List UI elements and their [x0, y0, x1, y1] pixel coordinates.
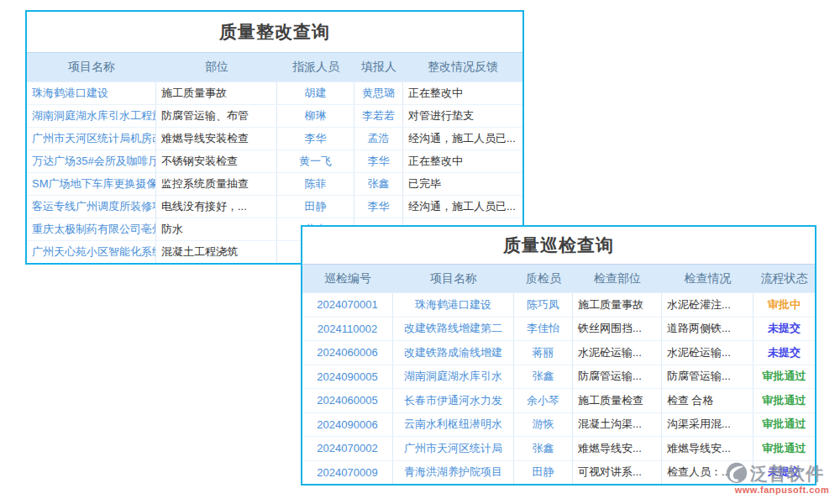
table-row[interactable]: 2024060006 改建铁路成渝线增建 蒋丽 水泥砼运输... 水泥砼运输..…: [302, 341, 815, 365]
column-header-feedback: 整改情况反馈: [403, 60, 522, 75]
inspection-id-link[interactable]: 2024060005: [302, 389, 393, 412]
column-header-inspector: 质检员: [514, 271, 573, 286]
inspector-link[interactable]: 李佳怡: [514, 318, 573, 341]
reporter-link[interactable]: 李华: [354, 196, 403, 218]
flow-status-cell: 审批中: [753, 297, 815, 312]
inspection-id-link[interactable]: 2024070001: [302, 293, 393, 317]
check-part-cell: 难燃导线安...: [573, 437, 662, 460]
inspection-id-link[interactable]: 2024110002: [302, 318, 393, 341]
assignee-link[interactable]: 黄一飞: [277, 150, 354, 172]
part-cell: 难燃导线安装检查: [156, 128, 277, 150]
inspection-id-link[interactable]: 2024070009: [302, 461, 393, 485]
inspector-link[interactable]: 游恢: [514, 413, 573, 437]
reporter-link[interactable]: 黄思璐: [354, 82, 403, 104]
table-row[interactable]: 客运专线广州调度所装修项 电线没有接好，... 田静 李华 经沟通，施工人员已.…: [27, 196, 522, 218]
reporter-link[interactable]: 孟浩: [354, 128, 403, 150]
project-name-link[interactable]: 珠海鹤港口建设: [393, 293, 514, 317]
table-row[interactable]: 珠海鹤港口建设 施工质量事故 胡建 黄思璐 正在整改中: [27, 82, 522, 105]
feedback-cell: 正在整改中: [403, 86, 522, 101]
feedback-cell: 已完毕: [403, 176, 522, 192]
watermark-brand-text: 泛普软件: [750, 465, 824, 482]
table-row[interactable]: 2024070002 广州市天河区统计局 张鑫 难燃导线安... 难燃导线安..…: [302, 437, 815, 461]
check-situation-cell: 检查 合格: [662, 389, 753, 412]
table-row[interactable]: 2024060005 长春市伊通河水力发 余小琴 施工质量检查 检查 合格 审批…: [302, 389, 815, 413]
check-situation-cell: 沟渠采用混...: [662, 413, 753, 437]
table-row[interactable]: 2024070001 珠海鹤港口建设 陈巧凤 施工质量事故 水泥砼灌注... 审…: [302, 293, 815, 318]
inspector-link[interactable]: 蒋丽: [514, 341, 573, 365]
inspection-id-link[interactable]: 2024090005: [302, 365, 393, 389]
project-name-link[interactable]: 长春市伊通河水力发: [393, 389, 514, 412]
assignee-link[interactable]: 胡建: [277, 82, 354, 104]
project-name-link[interactable]: 广州市天河区统计局: [393, 437, 514, 460]
status-badge: 未提交: [768, 346, 801, 359]
project-name-link[interactable]: 改建铁路成渝线增建: [393, 341, 514, 365]
flow-status-cell: 审批通过: [753, 441, 815, 456]
reporter-link[interactable]: 张鑫: [354, 173, 403, 195]
flow-status-cell: 审批通过: [753, 369, 815, 384]
assignee-link[interactable]: 柳琳: [277, 105, 354, 127]
project-name-link[interactable]: 广州天心苑小区智能化系统: [27, 241, 156, 263]
inspector-link[interactable]: 张鑫: [514, 365, 573, 389]
check-part-cell: 可视对讲系...: [573, 461, 662, 485]
inspector-link[interactable]: 陈巧凤: [514, 293, 573, 317]
inspector-link[interactable]: 张鑫: [514, 437, 573, 460]
part-cell: 监控系统质量抽查: [156, 173, 277, 195]
column-header-project: 项目名称: [27, 60, 156, 75]
flow-status-cell: 审批通过: [753, 417, 815, 432]
assignee-link[interactable]: 田静: [277, 196, 354, 218]
check-situation-cell: 水泥砼灌注...: [662, 293, 753, 317]
flow-status-cell: 未提交: [753, 345, 815, 360]
project-name-link[interactable]: 广州市天河区统计局机房改: [27, 128, 156, 150]
inspector-link[interactable]: 余小琴: [514, 389, 573, 412]
part-cell: 电线没有接好，...: [156, 196, 277, 218]
inspection-id-link[interactable]: 2024070002: [302, 437, 393, 460]
reporter-link[interactable]: 李若若: [354, 105, 403, 127]
status-badge: 审批通过: [763, 370, 806, 382]
inspection-table-body: 2024070001 珠海鹤港口建设 陈巧凤 施工质量事故 水泥砼灌注... 审…: [302, 293, 815, 484]
feedback-cell: 经沟通，施工人员已...: [403, 199, 522, 214]
part-cell: 防腐管运输、布管: [156, 105, 277, 127]
column-header-assignee: 指派人员: [277, 60, 354, 75]
assignee-link[interactable]: 陈菲: [277, 173, 354, 195]
window-title: 质量巡检查询: [302, 227, 815, 264]
project-name-link[interactable]: 湖南洞庭湖水库引水工程施: [27, 105, 156, 127]
project-name-link[interactable]: 客运专线广州调度所装修项: [27, 196, 156, 218]
inspector-link[interactable]: 田静: [514, 461, 573, 485]
project-name-link[interactable]: 云南水利枢纽潜明水: [393, 413, 514, 437]
part-cell: 防水: [156, 218, 277, 240]
project-name-link[interactable]: 青海洪湖养护院项目: [393, 461, 514, 485]
table-row[interactable]: 万达广场35#会所及咖啡厅装 不锈钢安装检查 黄一飞 李华 正在整改中: [27, 150, 522, 173]
part-cell: 不锈钢安装检查: [156, 150, 277, 172]
part-cell: 混凝土工程浇筑: [156, 241, 277, 263]
status-badge: 审批中: [768, 298, 801, 311]
check-situation-cell: 水泥砼运输...: [662, 341, 753, 365]
table-row[interactable]: 广州市天河区统计局机房改 难燃导线安装检查 李华 孟浩 经沟通，施工人员已...: [27, 128, 522, 150]
check-situation-cell: 难燃导线安...: [662, 437, 753, 460]
table-row[interactable]: 2024110002 改建铁路线增建第二 李佳怡 铁丝网围挡... 道路两侧铁.…: [302, 318, 815, 342]
table-header-row: 项目名称 部位 指派人员 填报人 整改情况反馈: [27, 52, 522, 82]
inspection-id-link[interactable]: 2024060006: [302, 341, 393, 365]
column-header-check-situation: 检查情况: [662, 271, 753, 286]
table-row[interactable]: 2024090006 云南水利枢纽潜明水 游恢 混凝土沟渠... 沟渠采用混..…: [302, 413, 815, 438]
flow-status-cell: 未提交: [753, 321, 815, 336]
project-name-link[interactable]: 湖南洞庭湖水库引水: [393, 365, 514, 389]
assignee-link[interactable]: 李华: [277, 128, 354, 150]
project-name-link[interactable]: 万达广场35#会所及咖啡厅装: [27, 150, 156, 172]
project-name-link[interactable]: SM广场地下车库更换摄像机: [27, 173, 156, 195]
feedback-cell: 正在整改中: [403, 154, 522, 169]
inspection-id-link[interactable]: 2024090006: [302, 413, 393, 437]
table-row[interactable]: 2024090005 湖南洞庭湖水库引水 张鑫 防腐管运输... 防腐管运输..…: [302, 365, 815, 390]
column-header-inspection-id: 巡检编号: [302, 271, 393, 286]
window-title: 质量整改查询: [27, 12, 522, 52]
project-name-link[interactable]: 珠海鹤港口建设: [27, 82, 156, 104]
feedback-cell: 对管进行垫支: [403, 108, 522, 123]
project-name-link[interactable]: 改建铁路线增建第二: [393, 318, 514, 341]
table-row[interactable]: 湖南洞庭湖水库引水工程施 防腐管运输、布管 柳琳 李若若 对管进行垫支: [27, 105, 522, 128]
project-name-link[interactable]: 重庆太极制药有限公司亳州: [27, 218, 156, 240]
check-part-cell: 铁丝网围挡...: [573, 318, 662, 341]
table-row[interactable]: SM广场地下车库更换摄像机 监控系统质量抽查 陈菲 张鑫 已完毕: [27, 173, 522, 196]
column-header-project: 项目名称: [393, 271, 514, 286]
reporter-link[interactable]: 李华: [354, 150, 403, 172]
part-cell: 施工质量事故: [156, 82, 277, 104]
check-part-cell: 水泥砼运输...: [573, 341, 662, 365]
